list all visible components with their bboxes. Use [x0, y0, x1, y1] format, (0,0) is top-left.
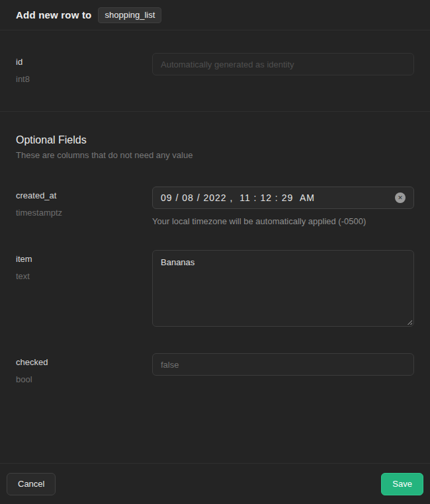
save-button[interactable]: Save [381, 473, 423, 495]
field-type-id: int8 [16, 74, 152, 84]
field-checked-input-col [152, 353, 414, 384]
optional-fields-subtitle: These are columns that do not need any v… [16, 150, 414, 160]
add-row-panel: Add new row to shopping_list id int8 Opt… [0, 0, 430, 504]
item-textarea[interactable]: Bananas [152, 250, 414, 327]
cancel-button[interactable]: Cancel [7, 473, 56, 495]
field-item-labels: item text [16, 250, 152, 327]
panel-footer: Cancel Save [0, 463, 430, 504]
table-name-badge: shopping_list [98, 7, 161, 23]
field-row-created-at: created_at timestamptz 09 / 08 / 2022 , … [16, 187, 414, 226]
clear-datetime-icon[interactable]: ✕ [395, 192, 406, 203]
checked-input[interactable] [152, 353, 414, 376]
field-row-id: id int8 [16, 53, 414, 84]
page-title: Add new row to [16, 9, 91, 21]
field-label-checked: checked [16, 357, 152, 367]
item-textarea-wrap: Bananas [152, 250, 414, 327]
field-label-id: id [16, 57, 152, 67]
created-at-datetime-input[interactable]: 09 / 08 / 2022 , 11 : 12 : 29 AM ✕ [152, 187, 414, 209]
field-row-item: item text Bananas [16, 250, 414, 327]
field-checked-labels: checked bool [16, 353, 152, 384]
timezone-helper-text: Your local timezone will be automaticall… [152, 216, 414, 226]
field-id-labels: id int8 [16, 53, 152, 84]
optional-fields-title: Optional Fields [16, 134, 414, 146]
optional-fields-section: Optional Fields These are columns that d… [0, 112, 430, 463]
panel-header: Add new row to shopping_list [0, 0, 430, 30]
id-input [152, 53, 414, 75]
created-at-value[interactable]: 09 / 08 / 2022 , 11 : 12 : 29 AM [161, 192, 315, 203]
field-row-checked: checked bool [16, 353, 414, 384]
field-label-created-at: created_at [16, 190, 152, 200]
field-item-input-col: Bananas [152, 250, 414, 327]
field-created-at-labels: created_at timestamptz [16, 187, 152, 226]
field-id-input-col [152, 53, 414, 84]
field-created-at-input-col: 09 / 08 / 2022 , 11 : 12 : 29 AM ✕ Your … [152, 187, 414, 226]
field-type-checked: bool [16, 374, 152, 384]
required-fields-section: id int8 [0, 30, 430, 112]
field-label-item: item [16, 254, 152, 264]
field-type-created-at: timestamptz [16, 208, 152, 218]
field-type-item: text [16, 271, 152, 281]
